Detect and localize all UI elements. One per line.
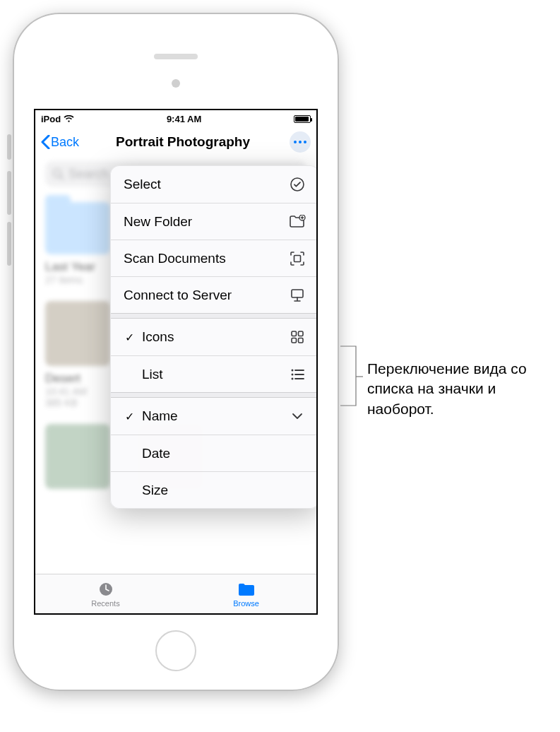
svg-rect-8 xyxy=(292,290,303,297)
list-icon xyxy=(289,366,306,383)
folder-icon[interactable] xyxy=(45,202,110,254)
menu-label: Connect to Server xyxy=(124,288,232,303)
ellipsis-icon xyxy=(294,141,306,143)
device-speaker xyxy=(154,54,198,59)
more-button[interactable] xyxy=(290,131,311,153)
menu-sort-name[interactable]: ✓ Name xyxy=(111,398,318,435)
menu-select[interactable]: Select xyxy=(111,166,318,203)
menu-scan-documents[interactable]: Scan Documents xyxy=(111,240,318,276)
tab-bar: Recents Browse xyxy=(35,574,316,613)
wifi-icon xyxy=(64,115,74,123)
photo-thumb[interactable] xyxy=(45,301,110,366)
menu-separator xyxy=(111,313,318,319)
svg-line-4 xyxy=(60,176,63,179)
svg-rect-7 xyxy=(294,255,301,261)
screen: iPod 9:41 AM Back Portrait Photography xyxy=(34,109,318,615)
device-volume-up xyxy=(7,171,11,215)
checkmark-circle-icon xyxy=(289,176,306,193)
nav-bar: Back Portrait Photography xyxy=(35,127,316,157)
menu-label: Icons xyxy=(142,329,174,345)
folder-name: Last Year xyxy=(45,260,110,274)
device-volume-down xyxy=(7,222,11,266)
svg-point-15 xyxy=(292,377,294,379)
svg-point-0 xyxy=(294,141,297,143)
scan-icon xyxy=(289,250,306,267)
menu-label: Size xyxy=(142,483,168,498)
menu-label: List xyxy=(142,367,163,382)
status-bar: iPod 9:41 AM xyxy=(35,110,316,127)
menu-label: Select xyxy=(124,177,161,192)
svg-point-2 xyxy=(304,141,306,143)
battery-icon xyxy=(294,115,311,123)
svg-rect-11 xyxy=(292,338,297,343)
callout-text: Переключение вида со списка на значки и … xyxy=(367,359,552,419)
folder-subtitle: 27 items xyxy=(45,274,110,285)
checkmark-icon: ✓ xyxy=(124,410,135,423)
menu-separator xyxy=(111,392,318,398)
device-frame: iPod 9:41 AM Back Portrait Photography xyxy=(13,13,339,691)
home-button[interactable] xyxy=(155,630,196,671)
menu-label: Date xyxy=(142,446,170,461)
photo-name: Desert xyxy=(45,372,110,386)
svg-point-14 xyxy=(292,373,294,375)
svg-point-1 xyxy=(299,141,302,143)
photo-thumb[interactable] xyxy=(45,424,110,489)
svg-rect-12 xyxy=(299,338,304,343)
tab-label: Recents xyxy=(91,599,119,608)
photo-size: 385 KB xyxy=(45,397,110,408)
menu-label: New Folder xyxy=(124,214,192,230)
menu-view-icons[interactable]: ✓ Icons xyxy=(111,319,318,355)
server-icon xyxy=(289,287,306,304)
menu-connect-server[interactable]: Connect to Server xyxy=(111,276,318,313)
menu-label: Scan Documents xyxy=(124,251,226,266)
clock-icon xyxy=(97,580,115,598)
svg-rect-9 xyxy=(292,331,297,336)
menu-sort-date[interactable]: Date xyxy=(111,435,318,471)
callout-connector xyxy=(339,345,363,408)
search-icon xyxy=(52,168,64,180)
folder-icon xyxy=(237,580,256,598)
svg-point-13 xyxy=(292,369,294,371)
chevron-down-icon xyxy=(289,408,306,425)
grid-icon xyxy=(289,329,306,346)
svg-rect-10 xyxy=(299,331,304,336)
new-folder-icon xyxy=(289,213,306,230)
menu-sort-size[interactable]: Size xyxy=(111,471,318,508)
device-mute-switch xyxy=(7,134,11,160)
status-time: 9:41 AM xyxy=(167,114,201,124)
back-label: Back xyxy=(51,135,79,150)
menu-view-list[interactable]: List xyxy=(111,355,318,392)
device-camera xyxy=(172,79,180,88)
tab-recents[interactable]: Recents xyxy=(35,574,176,613)
back-button[interactable]: Back xyxy=(41,135,79,150)
tab-browse[interactable]: Browse xyxy=(176,574,316,613)
chevron-left-icon xyxy=(41,135,50,149)
photo-time: 10:41 AM xyxy=(45,386,110,397)
search-placeholder: Search xyxy=(68,167,109,182)
checkmark-icon: ✓ xyxy=(124,331,135,344)
actions-popover: Select New Folder Scan Documents Connect… xyxy=(110,165,318,509)
tab-label: Browse xyxy=(233,599,259,608)
menu-new-folder[interactable]: New Folder xyxy=(111,203,318,240)
menu-label: Name xyxy=(142,408,178,424)
carrier-label: iPod xyxy=(41,114,61,124)
